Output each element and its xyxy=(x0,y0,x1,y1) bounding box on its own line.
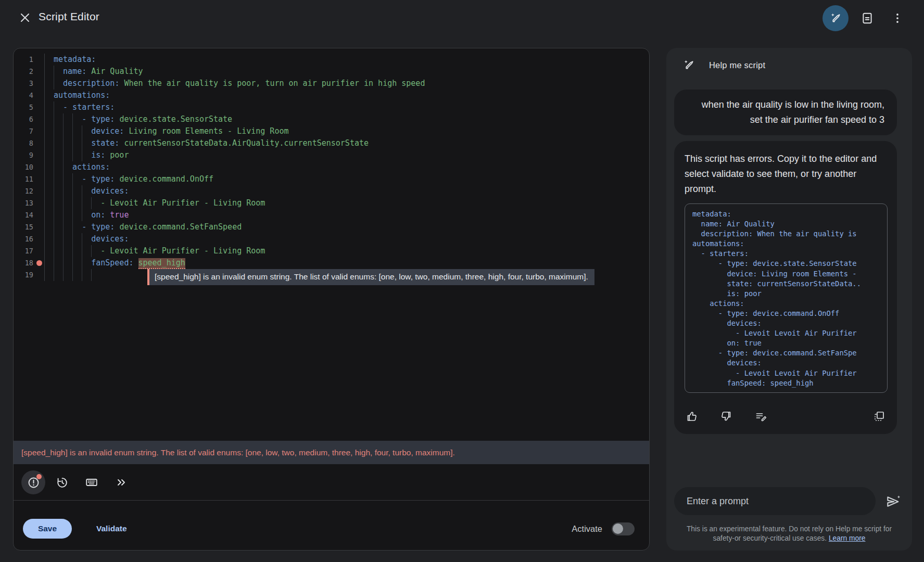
line-number: 8 xyxy=(14,137,33,149)
page-title: Script Editor xyxy=(39,10,99,23)
assistant-response-card: This script has errors. Copy it to the e… xyxy=(674,141,897,434)
code-line[interactable]: actions: xyxy=(54,161,645,173)
save-button[interactable]: Save xyxy=(23,519,72,539)
prompt-input-wrap xyxy=(674,487,876,515)
line-number: 6 xyxy=(14,113,33,125)
error-message-bar: [speed_high] is an invalid enum string. … xyxy=(14,441,649,464)
code-line[interactable]: name: Air Quality xyxy=(54,66,645,78)
code-line[interactable]: automations: xyxy=(54,90,645,101)
code-line[interactable]: on: true xyxy=(54,209,645,221)
prompt-input[interactable] xyxy=(674,487,876,515)
document-icon[interactable] xyxy=(860,11,874,25)
line-number: 12 xyxy=(14,185,33,197)
line-number: 5 xyxy=(14,101,33,113)
code-line[interactable]: - Levoit Air Purifier - Living Room xyxy=(54,245,645,257)
code-line[interactable]: - type: device.command.SetFanSpeed xyxy=(54,221,645,233)
expand-toolbar-button[interactable] xyxy=(109,470,133,494)
code-lines[interactable]: metadata:name: Air Qualitydescription: W… xyxy=(54,54,645,281)
activate-label: Activate xyxy=(572,524,602,534)
history-icon xyxy=(56,476,69,489)
thumbs-up-icon[interactable] xyxy=(686,410,698,423)
user-prompt-text: when the air quality is low in the livin… xyxy=(687,97,884,127)
code-line[interactable]: state: currentSensorStateData.AirQuality… xyxy=(54,137,645,149)
top-bar: Script Editor xyxy=(0,0,924,48)
line-number: 4 xyxy=(14,90,33,101)
learn-more-link[interactable]: Learn more xyxy=(829,534,866,542)
code-line[interactable]: metadata: xyxy=(54,54,645,66)
keyboard-icon xyxy=(85,476,98,489)
line-number: 7 xyxy=(14,125,33,137)
history-button[interactable] xyxy=(50,470,74,494)
line-number: 18 xyxy=(14,257,33,269)
line-number: 15 xyxy=(14,221,33,233)
code-line[interactable]: - type: device.command.OnOff xyxy=(54,173,645,185)
overflow-menu-icon[interactable] xyxy=(891,11,904,25)
activate-toggle[interactable] xyxy=(612,522,635,535)
line-number: 3 xyxy=(14,78,33,90)
code-line[interactable]: devices: xyxy=(54,185,645,197)
line-number: 10 xyxy=(14,161,33,173)
magic-pen-icon xyxy=(829,11,842,25)
code-line[interactable]: is: poor xyxy=(54,149,645,161)
send-prompt-icon[interactable] xyxy=(885,493,902,510)
code-line[interactable]: - starters: xyxy=(54,101,645,113)
line-number: 16 xyxy=(14,233,33,245)
line-number: 13 xyxy=(14,197,33,209)
edit-note-icon[interactable] xyxy=(755,410,767,423)
gutter: 12345678910111213141516171819 xyxy=(14,54,45,281)
thumbs-down-icon[interactable] xyxy=(720,410,732,423)
double-chevron-right-icon xyxy=(115,476,128,489)
code-line[interactable]: device: Living room Elements - Living Ro… xyxy=(54,125,645,137)
editor-toolbar xyxy=(14,464,649,500)
code-line[interactable]: devices: xyxy=(54,233,645,245)
assistant-code-block: metadata: name: Air Quality description:… xyxy=(685,203,888,393)
toggle-knob xyxy=(613,523,623,534)
feedback-actions xyxy=(683,410,888,424)
user-prompt-bubble: when the air quality is low in the livin… xyxy=(674,90,897,135)
line-number: 19 xyxy=(14,269,33,281)
copy-icon[interactable] xyxy=(873,410,885,423)
help-me-script-button[interactable] xyxy=(822,5,849,31)
line-number: 9 xyxy=(14,149,33,161)
close-icon[interactable] xyxy=(18,10,32,25)
help-me-script-panel: Help me script when the air quality is l… xyxy=(666,48,912,551)
code-line[interactable]: - Levoit Air Purifier - Living Room xyxy=(54,197,645,209)
error-marker-dot xyxy=(36,260,42,266)
inline-error-tooltip: [speed_high] is an invalid enum string. … xyxy=(147,269,594,285)
experimental-disclaimer: This is an experimental feature. Do not … xyxy=(677,525,902,543)
validate-button[interactable]: Validate xyxy=(85,519,138,539)
code-editor-panel: 12345678910111213141516171819 metadata:n… xyxy=(13,48,650,551)
code-line[interactable]: description: When the air quality is poo… xyxy=(54,78,645,90)
line-number: 1 xyxy=(14,54,33,66)
editor-footer: Save Validate Activate xyxy=(14,500,649,551)
keyboard-button[interactable] xyxy=(80,470,104,494)
line-number: 2 xyxy=(14,66,33,78)
line-number: 14 xyxy=(14,209,33,221)
magic-pen-icon xyxy=(682,58,695,72)
assistant-code-text: metadata: name: Air Quality description:… xyxy=(692,209,887,388)
line-number: 11 xyxy=(14,173,33,185)
code-line[interactable]: fanSpeed: speed_high xyxy=(54,257,645,269)
assistant-title: Help me script xyxy=(709,60,765,70)
line-number: 17 xyxy=(14,245,33,257)
error-badge xyxy=(36,474,42,479)
problems-button[interactable] xyxy=(21,470,45,494)
assistant-response-text: This script has errors. Copy it to the e… xyxy=(683,151,888,197)
code-line[interactable]: - type: device.state.SensorState xyxy=(54,113,645,125)
